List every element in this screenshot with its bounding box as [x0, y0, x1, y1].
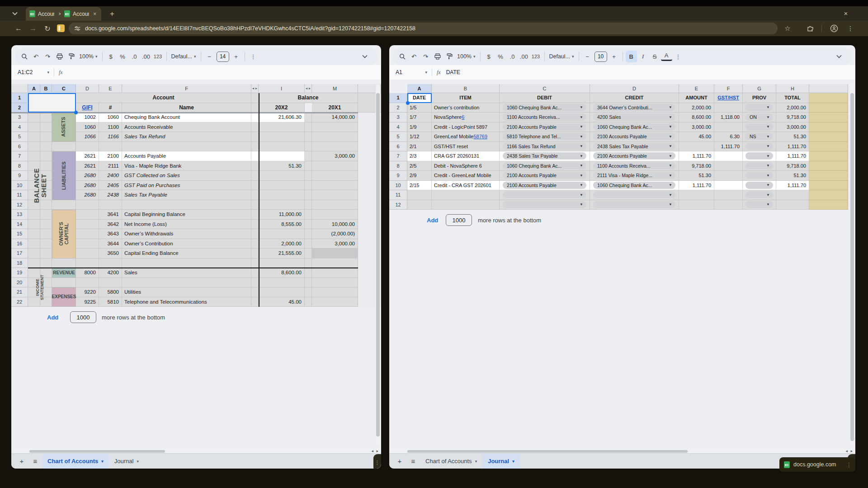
bookmark-star-icon[interactable]: ☆: [782, 23, 793, 34]
chrome-menu-icon[interactable]: ⋮: [844, 23, 856, 34]
pwa-menu-icon[interactable]: ⋮: [846, 461, 852, 468]
selected-cell-a1[interactable]: [407, 93, 432, 103]
balance-20x1-cell[interactable]: [312, 190, 358, 200]
item-cell[interactable]: Credit - GreenLeaf Mobile: [432, 171, 500, 181]
tab-search-chevron-icon[interactable]: [10, 9, 20, 19]
account-number-cell[interactable]: [99, 200, 122, 210]
province-dropdown[interactable]: ▼: [745, 104, 773, 111]
row-header-22[interactable]: 22: [11, 297, 28, 307]
total-cell[interactable]: 2,000.00: [776, 103, 809, 113]
item-link[interactable]: 6: [462, 114, 464, 120]
balance-20x1-cell[interactable]: [312, 287, 358, 297]
row-header-18[interactable]: 18: [11, 258, 28, 268]
account-number-cell[interactable]: 1166: [99, 132, 122, 142]
gifi-cell[interactable]: 2680: [76, 181, 99, 191]
gifi-cell[interactable]: [76, 278, 99, 288]
gifi-cell[interactable]: 9225: [76, 297, 99, 307]
account-name-cell[interactable]: GST Collected on Sales: [122, 171, 251, 181]
account-number-cell[interactable]: 2438: [99, 190, 122, 200]
gifi-cell[interactable]: [76, 258, 99, 268]
date-cell[interactable]: 1/12: [407, 132, 432, 142]
credit-account-dropdown[interactable]: 2100 Accounts Payable▼: [593, 133, 675, 140]
column-header-H[interactable]: H: [776, 84, 809, 93]
total-cell[interactable]: 51.30: [776, 171, 809, 181]
column-header-gap[interactable]: [809, 84, 848, 93]
fill-handle[interactable]: [406, 101, 410, 105]
new-tab-button[interactable]: +: [108, 9, 117, 19]
balance-20x1-cell[interactable]: [312, 278, 358, 288]
column-header-A[interactable]: A: [28, 84, 40, 93]
date-cell[interactable]: [407, 200, 432, 210]
credit-account-dropdown[interactable]: 1060 Chequing Bank Ac...▼: [593, 123, 675, 131]
v-scroll-thumb[interactable]: [376, 93, 380, 436]
total-cell[interactable]: 9,718.00: [776, 113, 809, 122]
account-name-cell[interactable]: GST Paid on Purchases: [122, 181, 251, 191]
row-header-3[interactable]: 3: [389, 113, 407, 122]
balance-20x2-cell[interactable]: [259, 229, 305, 239]
row-header-5[interactable]: 5: [389, 132, 407, 142]
debit-account-dropdown[interactable]: 5810 Telephone and Tel...▼: [503, 133, 586, 140]
amount-cell[interactable]: [679, 190, 714, 200]
gifi-cell[interactable]: [76, 142, 99, 152]
amount-cell[interactable]: 9,718.00: [679, 161, 714, 171]
debit-account-dropdown[interactable]: 1100 Accounts Receiva...▼: [503, 113, 586, 121]
hidden-columns-indicator[interactable]: ◂▸: [305, 84, 312, 93]
column-header-C[interactable]: C: [52, 84, 76, 93]
balance-20x1-cell[interactable]: [312, 258, 358, 268]
forward-icon[interactable]: →: [27, 23, 39, 34]
balance-20x1-cell[interactable]: 3,000.00: [312, 239, 358, 249]
add-rows-button[interactable]: Add: [47, 314, 58, 321]
balance-20x2-cell[interactable]: [259, 151, 305, 161]
account-number-cell[interactable]: [99, 258, 122, 268]
credit-account-dropdown[interactable]: 1100 Accounts Receiva...▼: [593, 162, 675, 169]
province-dropdown[interactable]: ▼: [745, 143, 773, 150]
account-number-cell[interactable]: 5810: [99, 297, 122, 307]
gst-hst-cell[interactable]: [714, 200, 743, 210]
row-header-7[interactable]: 7: [11, 151, 28, 161]
debit-account-dropdown[interactable]: 2438 Sales Tax Payable▼: [503, 152, 586, 160]
debit-account-dropdown[interactable]: 2100 Accounts Payable▼: [503, 123, 586, 131]
amount-cell[interactable]: [679, 200, 714, 210]
column-header-C[interactable]: C: [500, 84, 590, 93]
province-dropdown[interactable]: ▼: [745, 162, 773, 169]
credit-account-dropdown[interactable]: 4200 Sales▼: [593, 113, 675, 121]
balance-20x2-cell[interactable]: [259, 287, 305, 297]
balance-20x1-cell[interactable]: [312, 297, 358, 307]
credit-account-dropdown[interactable]: 2100 Accounts Payable▼: [593, 152, 675, 160]
date-cell[interactable]: 2/3: [407, 151, 432, 161]
tab-close-icon[interactable]: ×: [92, 10, 98, 18]
account-number-cell[interactable]: 2400: [99, 171, 122, 181]
row-header-5[interactable]: 5: [11, 132, 28, 142]
account-number-cell[interactable]: 1060: [99, 113, 122, 122]
url-pill[interactable]: docs.google.com/spreadsheets/d/14EEl8I7n…: [69, 23, 778, 34]
account-number-cell[interactable]: 4200: [99, 268, 122, 278]
gifi-cell[interactable]: [76, 210, 99, 220]
row-header-4[interactable]: 4: [11, 122, 28, 132]
add-rows-count-input[interactable]: 1000: [446, 214, 472, 226]
row-header-15[interactable]: 15: [11, 229, 28, 239]
gifi-cell[interactable]: [76, 200, 99, 210]
gifi-cell[interactable]: [76, 249, 99, 258]
total-cell[interactable]: [776, 190, 809, 200]
account-number-cell[interactable]: 2111: [99, 161, 122, 171]
balance-20x2-cell[interactable]: 8,600.00: [259, 268, 305, 278]
credit-account-dropdown[interactable]: ▼: [593, 191, 675, 198]
row-header-1[interactable]: 1: [389, 93, 407, 103]
total-cell[interactable]: 1,111.70: [776, 181, 809, 191]
column-header-A[interactable]: A: [407, 84, 432, 93]
balance-20x2-cell[interactable]: [259, 132, 305, 142]
date-cell[interactable]: 2/1: [407, 142, 432, 152]
browser-tab-2[interactable]: Accoun ×: [61, 7, 101, 21]
date-cell[interactable]: 2/15: [407, 181, 432, 191]
gifi-cell[interactable]: [76, 239, 99, 249]
all-sheets-icon[interactable]: ≡: [406, 457, 420, 465]
reload-icon[interactable]: ↻: [42, 23, 53, 34]
row-header-16[interactable]: 16: [11, 239, 28, 249]
row-header-3[interactable]: 3: [11, 113, 28, 122]
item-cell[interactable]: NovaSphere 6: [432, 113, 500, 122]
balance-20x2-cell[interactable]: [259, 142, 305, 152]
balance-20x2-cell[interactable]: 8,555.00: [259, 220, 305, 230]
selected-range-a1c2[interactable]: [28, 93, 76, 113]
row-header-9[interactable]: 9: [11, 171, 28, 181]
row-header-2[interactable]: 2: [389, 103, 407, 113]
